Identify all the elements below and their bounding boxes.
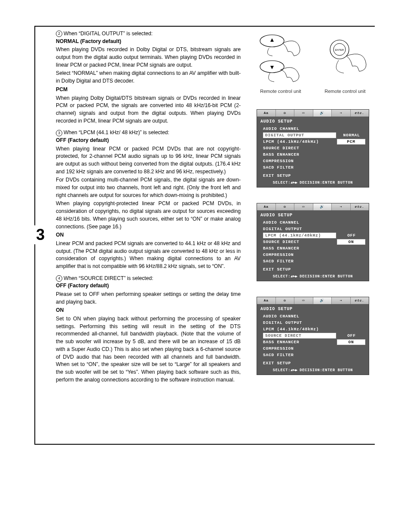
- osd-item-bass-enhancer: BASS ENHANCER: [263, 152, 365, 157]
- osd-item-lpcm: LPCM (44.1kHz/48kHz): [263, 327, 365, 332]
- manual-page: 3 2 When “DIGITAL OUTPUT” is selected: N…: [0, 0, 410, 532]
- s3-off-p3: When playing copyright-protected linear …: [56, 200, 241, 231]
- osd-item-audio-channel: AUDIO CHANNEL: [263, 220, 365, 225]
- tab-etc: etc.: [351, 110, 369, 117]
- section3-lead: When “LPCM (44.1 kHz/ 48 kHz)” is select…: [64, 129, 241, 137]
- osd-item-source-direct: SOURCE DIRECT: [263, 240, 335, 244]
- right-column: Remote control unit ENTER Remote control…: [253, 30, 373, 391]
- osd-digital-output: Aa ◎ ▭ 🔊 ⇢ etc. AUDIO SETUP AUDIO CHANNE…: [257, 109, 369, 188]
- osd-item-bass-enhancer: BASS ENHANCER: [263, 246, 365, 251]
- osd-item-sacd-filter: SACD FILTER: [263, 353, 365, 357]
- normal-title: NORMAL (Factory default): [56, 38, 241, 46]
- tab-lang-icon: Aa: [257, 203, 276, 210]
- frame-bottom: [34, 444, 375, 445]
- tab-rating-icon: ⇢: [332, 203, 351, 210]
- s4-on-title: ON: [56, 307, 241, 314]
- osd-value-on: ON: [337, 339, 365, 345]
- tab-video-icon: ▭: [294, 110, 313, 117]
- body-text: 2 When “DIGITAL OUTPUT” is selected: NOR…: [56, 30, 241, 384]
- tab-disc-icon: ◎: [276, 203, 295, 210]
- osd-value-on: ON: [337, 239, 365, 245]
- osd-footer: SELECT:▲▼◀▶ DECISION:ENTER BUTTON: [257, 180, 369, 187]
- osd-item-lpcm: LPCM (44.1kHz/48kHz): [263, 233, 336, 238]
- pcm-p1: When playing Dolby Digital/DTS bitstream…: [56, 95, 241, 125]
- osd-item-compression: COMPRESSION: [263, 346, 365, 351]
- tab-lang-icon: Aa: [257, 110, 276, 117]
- osd-item-digital-output: DIGITAL OUTPUT: [263, 227, 365, 231]
- s3-on-p1: Linear PCM and packed PCM signals are co…: [56, 240, 241, 271]
- tab-etc: etc.: [351, 297, 369, 304]
- osd-tabs: Aa ◎ ▭ 🔊 ⇢ etc.: [257, 297, 369, 304]
- tab-rating-icon: ⇢: [332, 110, 351, 117]
- normal-p1: When playing DVDs recorded in Dolby Digi…: [56, 46, 241, 69]
- s3-off-title: OFF (Factory default): [56, 137, 241, 145]
- osd-item-compression: COMPRESSION: [263, 252, 365, 257]
- osd-item-compression: COMPRESSION: [263, 159, 365, 163]
- section4-lead: When “SOURCE DIRECT” is selected:: [64, 275, 241, 283]
- circled-3-icon: 3: [56, 130, 62, 136]
- osd-title: AUDIO SETUP: [260, 306, 365, 313]
- osd-exit: EXIT SETUP: [260, 171, 365, 179]
- osd-footer: SELECT:▲▼◀▶ DECISION:ENTER BUTTON: [257, 367, 369, 375]
- s4-off-title: OFF (Factory default): [56, 282, 241, 290]
- osd-item-audio-channel: AUDIO CHANNEL: [263, 314, 365, 319]
- s3-off-p1: When playing linear PCM or packed PCM DV…: [56, 145, 241, 176]
- osd-item-source-direct: SOURCE DIRECT: [263, 333, 336, 338]
- osd-value-off: OFF: [338, 333, 365, 338]
- osd-value-normal: NORMAL: [338, 133, 365, 138]
- tab-audio-icon: 🔊: [313, 110, 332, 117]
- svg-marker-1: [270, 38, 274, 42]
- s4-off-p1: Please set to OFF when performing speake…: [56, 291, 241, 306]
- osd-value-pcm: PCM: [337, 139, 365, 145]
- tab-video-icon: ▭: [294, 203, 313, 210]
- svg-marker-3: [270, 66, 274, 69]
- s3-on-title: ON: [56, 231, 241, 239]
- osd-item-source-direct: SOURCE DIRECT: [263, 146, 365, 151]
- svg-text:ENTER: ENTER: [335, 49, 344, 51]
- osd-tabs: Aa ◎ ▭ 🔊 ⇢ etc.: [257, 110, 369, 117]
- s3-off-p2: For DVDs containing multi-channel PCM si…: [56, 176, 241, 199]
- osd-value-off: OFF: [338, 233, 365, 238]
- osd-item-lpcm: LPCM (44.1kHz/48kHz): [263, 139, 335, 144]
- step-number: 3: [34, 225, 47, 244]
- tab-lang-icon: Aa: [257, 297, 276, 304]
- s4-on-p1: Set to ON when playing back without perf…: [56, 315, 241, 384]
- remote-arrows-icon: [257, 30, 304, 86]
- remote-enter-icon: ENTER: [321, 30, 369, 86]
- osd-item-digital-output: DIGITAL OUTPUT: [263, 132, 336, 138]
- osd-item-digital-output: DIGITAL OUTPUT: [263, 320, 365, 325]
- pcm-title: PCM: [56, 86, 241, 94]
- tab-audio-icon: 🔊: [313, 297, 332, 304]
- circled-4-icon: 4: [56, 275, 62, 282]
- tab-video-icon: ▭: [294, 297, 313, 304]
- normal-p2: Select “NORMAL” when making digital conn…: [56, 70, 241, 85]
- osd-footer: SELECT:▲▼◀▶ DECISION:ENTER BUTTON: [257, 274, 369, 281]
- remote-label-right: Remote control unit: [317, 89, 373, 94]
- tab-etc: etc.: [351, 203, 369, 210]
- remote-label-left: Remote control unit: [253, 89, 309, 94]
- osd-item-bass-enhancer: BASS ENHANCER: [263, 340, 335, 344]
- section2-lead: When “DIGITAL OUTPUT” is selected:: [64, 30, 241, 38]
- osd-item-sacd-filter: SACD FILTER: [263, 259, 365, 264]
- circled-2-icon: 2: [56, 31, 62, 37]
- tab-audio-icon: 🔊: [313, 203, 332, 210]
- osd-tabs: Aa ◎ ▭ 🔊 ⇢ etc.: [257, 203, 369, 210]
- osd-exit: EXIT SETUP: [260, 264, 365, 273]
- tab-disc-icon: ◎: [276, 110, 295, 117]
- osd-title: AUDIO SETUP: [260, 118, 365, 126]
- osd-exit: EXIT SETUP: [260, 358, 365, 366]
- tab-disc-icon: ◎: [276, 297, 295, 304]
- osd-lpcm: Aa ◎ ▭ 🔊 ⇢ etc. AUDIO SETUP AUDIO CHANNE…: [257, 203, 369, 281]
- osd-title: AUDIO SETUP: [260, 212, 365, 219]
- tab-rating-icon: ⇢: [332, 297, 351, 304]
- frame-top: [34, 26, 375, 27]
- osd-item-sacd-filter: SACD FILTER: [263, 165, 365, 170]
- osd-source-direct: Aa ◎ ▭ 🔊 ⇢ etc. AUDIO SETUP AUDIO CHANNE…: [257, 297, 369, 375]
- osd-item-audio-channel: AUDIO CHANNEL: [263, 126, 365, 131]
